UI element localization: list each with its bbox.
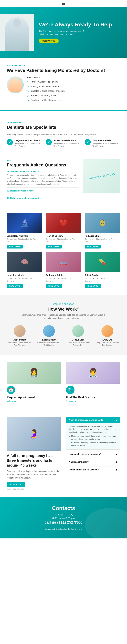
teal-divider	[0, 110, 127, 111]
dept-card-text-1: Sample text. Click to select the Text El…	[15, 142, 42, 148]
process-text-3: Sample text. Click to select the Text Ch…	[65, 342, 91, 346]
why-label: Why Choose Us	[7, 64, 120, 66]
faq-question-3[interactable]: 03. Out of your medical services?	[7, 197, 78, 199]
hamburger-menu[interactable]: ☰	[62, 2, 65, 5]
departments-title: Dentists are Specialists	[7, 125, 120, 130]
dept-card-title-3: Durable materials	[92, 139, 120, 142]
services-grid: Laboratory Analysis Sample text. Click t…	[7, 213, 120, 288]
find-doctors-image: 👨‍⚕️	[66, 362, 120, 384]
pregnancy-img-credit: Images from Unsplash	[7, 488, 61, 490]
pregnancy-faq-header-2[interactable]: How should I sleep in pregnancy? ▼	[66, 451, 120, 457]
hero-doctor-image	[0, 14, 34, 51]
services-section: Laboratory Analysis Sample text. Click t…	[0, 209, 127, 295]
read-more-button-1[interactable]: READ MORE	[7, 244, 23, 248]
list-item: ➤ Handle patient body in MR.	[27, 94, 65, 97]
process-step-4: Enjoy Life Sample text. Click to select …	[94, 325, 120, 346]
service-image-pediatric	[85, 213, 120, 233]
check-icon: ➤	[27, 94, 29, 97]
service-card-4: Neurology Clinic Sample text. Click to s…	[7, 252, 42, 288]
list-item: Mattis nunc sed blandit libero volutpat,…	[71, 435, 118, 441]
faq-item-2: 02. Medical services a scan?	[7, 190, 78, 195]
service-image-laboratory	[7, 213, 42, 233]
contacts-title: Contacts	[7, 505, 120, 512]
contacts-phone: call us (111) 252 3366	[7, 520, 120, 524]
find-doctors-card: 👨‍⚕️ 🔍 Find The Best Doctors looking now	[66, 362, 120, 403]
pregnancy-faq-label-4: Should I drink this flu vaccine?	[69, 468, 98, 471]
faq-item-3: 03. Out of your medical services?	[7, 197, 78, 202]
faq-title: Frequently Asked Questions	[7, 162, 78, 168]
pregnancy-faq-label-2: How should I sleep in pregnancy?	[69, 453, 101, 456]
faq-question-2[interactable]: 02. Medical services a scan?	[7, 190, 78, 192]
check-icon: ➤	[27, 99, 29, 102]
pregnancy-faq-answer: Interdum velit euismod in pellentesque m…	[69, 425, 118, 434]
chevron-down-icon: ▼	[115, 453, 118, 456]
hero-cta-button[interactable]: CONTACT US	[39, 38, 59, 43]
dept-card: ✓ Large network of clinics Sample text. …	[7, 139, 42, 148]
dept-card-title-2: Professional dentists	[54, 139, 81, 142]
departments-label: Departments	[7, 121, 120, 123]
faq-thank-you-image: THANK YOU DOCTORS	[83, 159, 120, 193]
dept-check-icon-3: ✓	[85, 139, 91, 145]
service-title-6: Tablet Paralysis	[85, 274, 120, 276]
service-text-1: Sample text. Click to select the Text El…	[7, 238, 42, 243]
service-title-3: Pediatric Clinic	[85, 235, 120, 237]
list-item: ➤ Excellence in Healthcare every.	[27, 99, 65, 102]
pregnancy-title: A full-term pregnancy has three trimeste…	[7, 453, 61, 468]
faq-section: Faq Frequently Asked Questions 01. You n…	[0, 154, 127, 209]
faq-answer-1: Answer: Lorem ipsum dolor sit amet, cons…	[7, 174, 78, 186]
service-text-3: Sample text. Click to select the Text El…	[85, 238, 120, 243]
pregnancy-left: 🤰 A full-term pregnancy has three trimes…	[7, 417, 61, 490]
pregnancy-faq-header-4[interactable]: Should I drink this flu vaccine? ▼	[66, 467, 120, 473]
dept-cards: ✓ Large network of clinics Sample text. …	[7, 139, 120, 148]
hero-description: The Clinic provides diagnose and managem…	[39, 30, 86, 36]
read-more-button-3[interactable]: READ MORE	[85, 244, 101, 248]
process-step-1: Appointment Sample text. Click to select…	[7, 325, 33, 346]
read-more-button-2[interactable]: READ MORE	[46, 244, 62, 248]
how-work-label: Working Process	[7, 303, 120, 305]
departments-section: Departments Dentists are Specialists We …	[0, 114, 127, 154]
request-title: Request Appointment	[7, 396, 35, 399]
read-more-button-4[interactable]: READ MORE	[7, 284, 23, 288]
pregnancy-read-more-button[interactable]: READ MORE	[7, 482, 25, 487]
read-more-button-6[interactable]: READ MORE	[85, 284, 101, 288]
process-circle-3	[72, 325, 84, 337]
service-title-5: Pathology Clinic	[46, 274, 81, 276]
find-icon: 🔍	[66, 386, 74, 394]
how-it-works: How it work? ➤ Fitness Guidance to Patie…	[7, 76, 120, 103]
chevron-up-icon: ▲	[115, 419, 118, 422]
pregnancy-faq-header-active[interactable]: When do pregnancy cravings start? ▲	[66, 417, 120, 423]
check-icon: ➤	[27, 90, 29, 92]
read-more-button-5[interactable]: READ MORE	[46, 284, 62, 288]
how-work-title: How We Work?	[7, 306, 120, 312]
process-title-1: Appointment	[13, 339, 26, 341]
list-item: Parturient ullumcor pellentesque. Blandi…	[71, 441, 118, 447]
contacts-section: Contacts monday — friday 8.00 am — 8.00 …	[0, 497, 127, 538]
pregnancy-faq-2: How should I sleep in pregnancy? ▼	[66, 451, 120, 458]
dept-card: ✓ Durable materials Sample text. Click t…	[85, 139, 120, 148]
process-text-1: Sample text. Click to select the Text Ch…	[7, 342, 33, 346]
faq-item-1: 01. You need a medical services? Answer:…	[7, 170, 78, 188]
pregnancy-text: Etiam erat velit scelerisque in dictum n…	[7, 470, 61, 480]
contacts-hours-line2: 8.00 am — 8.00 pm	[7, 516, 120, 520]
process-step-3: Consultation Sample text. Click to selec…	[65, 325, 91, 346]
process-circle-1	[14, 325, 26, 337]
service-card-2: Heart of Surgery Sample text. Click to s…	[46, 213, 81, 249]
dept-check-icon-2: ✓	[46, 139, 52, 145]
process-step-2: Expert Doctor Sample text. Click to sele…	[36, 325, 62, 346]
service-title-4: Neurology Clinic	[7, 274, 42, 276]
process-steps: Appointment Sample text. Click to select…	[7, 325, 120, 346]
service-card-3: Pediatric Clinic Sample text. Click to s…	[85, 213, 120, 249]
how-list: ➤ Fitness Guidance to Patient ➤ Building…	[27, 80, 65, 102]
calendar-icon: 📅	[9, 388, 13, 392]
pregnancy-right: When do pregnancy cravings start? ▲ Inte…	[66, 417, 120, 490]
hero-title: We're Always Ready To Help	[39, 21, 112, 28]
contacts-hours-line1: monday — friday	[7, 513, 120, 516]
faq-question-1[interactable]: 01. You need a medical services?	[7, 170, 78, 173]
request-looking-now: looking now	[7, 400, 17, 402]
service-text-5: Sample text. Click to select the Text El…	[46, 277, 81, 282]
how-label: How it work?	[27, 76, 65, 79]
check-icon: ➤	[27, 81, 29, 84]
pregnancy-faq-label-3: What is a birth plan?	[69, 461, 89, 463]
process-title-4: Enjoy Life	[102, 339, 112, 341]
pregnancy-faq-header-3[interactable]: What is a birth plan? ▼	[66, 459, 120, 465]
